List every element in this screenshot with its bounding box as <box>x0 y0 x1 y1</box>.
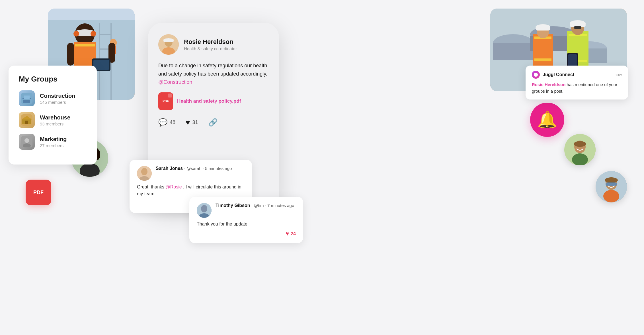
phone-post-text: Due to a change in safety regulations ou… <box>158 62 269 86</box>
group-name-marketing: Marketing <box>40 136 67 143</box>
comments-action[interactable]: 💬 48 <box>158 118 175 127</box>
notification-time: now <box>614 72 622 77</box>
notification-header: Juggl Connect now <box>532 71 622 79</box>
pdf-float-icon: PDF <box>26 180 51 205</box>
svg-point-25 <box>73 31 79 36</box>
group-members-marketing: 27 members <box>40 143 67 148</box>
phone-actions: 💬 48 ♥ 31 🔗 <box>158 118 269 127</box>
timothy-likes-count: 24 <box>291 231 296 236</box>
svg-point-74 <box>572 153 588 165</box>
phone-user-name: Rosie Hereldson <box>184 38 237 46</box>
group-info-marketing: Marketing 27 members <box>40 136 67 148</box>
comment-handle-timothy: · @tim · 7 minutes ago <box>251 203 294 208</box>
svg-point-26 <box>91 31 96 36</box>
group-avatar-warehouse <box>19 112 35 128</box>
comments-count: 48 <box>170 119 175 125</box>
svg-rect-46 <box>493 43 533 60</box>
group-item-warehouse[interactable]: Warehouse 93 members <box>19 112 87 128</box>
comment-meta-sarah: Sarah Jones · @sarah · 5 minutes ago <box>156 166 232 171</box>
notification-text: Rosie Hereldson has mentioned one of you… <box>532 82 622 94</box>
floating-avatar-person3 <box>596 171 627 202</box>
notification-brand: Juggl Connect <box>532 71 574 79</box>
comment-text-sarah: Great, thanks @Rosie , I will circulate … <box>137 184 245 197</box>
share-icon: 🔗 <box>208 118 218 127</box>
group-name-warehouse: Warehouse <box>40 114 70 121</box>
svg-point-40 <box>201 205 207 212</box>
svg-rect-2 <box>24 96 30 99</box>
phone-user-info: Rosie Hereldson Health & safety co-ordin… <box>184 38 237 51</box>
comment-header-timothy: Timothy Gibson · @tim · 7 minutes ago <box>197 203 296 218</box>
group-avatar-construction <box>19 90 35 106</box>
svg-rect-3 <box>23 100 30 103</box>
brand-name: Juggl Connect <box>543 72 574 77</box>
group-members-construction: 145 members <box>40 100 75 105</box>
group-avatar-marketing <box>19 134 35 150</box>
svg-point-37 <box>141 168 147 175</box>
svg-rect-27 <box>67 43 74 66</box>
svg-point-79 <box>603 190 619 202</box>
svg-rect-15 <box>99 34 112 35</box>
svg-rect-63 <box>574 26 581 29</box>
svg-rect-78 <box>606 182 617 186</box>
groups-card: My Groups Construction 145 members W <box>9 66 97 165</box>
juggl-logo <box>532 71 540 79</box>
comment-avatar-timothy <box>197 203 212 218</box>
juggl-logo-inner <box>534 73 538 77</box>
comment-icon: 💬 <box>158 118 167 127</box>
phone-user-title: Health & safety co-ordinator <box>184 46 237 51</box>
floating-avatar-person2 <box>564 134 596 165</box>
rosie-mention[interactable]: @Rosie <box>166 184 182 189</box>
comment-handle-sarah: · @sarah · 5 minutes ago <box>184 166 232 171</box>
svg-rect-51 <box>534 58 551 61</box>
group-members-warehouse: 93 members <box>40 121 70 126</box>
share-action[interactable]: 🔗 <box>208 118 218 127</box>
comment-header-sarah: Sarah Jones · @sarah · 5 minutes ago <box>137 166 245 181</box>
comment-text-timothy: Thank you for the update! <box>197 221 296 228</box>
notification-card: Juggl Connect now Rosie Hereldson has me… <box>526 66 628 100</box>
comment-card-timothy: Timothy Gibson · @tim · 7 minutes ago Th… <box>189 197 303 243</box>
svg-rect-34 <box>163 40 174 42</box>
bell-icon: 🔔 <box>537 110 557 129</box>
comment-avatar-sarah <box>137 166 152 181</box>
bell-circle: 🔔 <box>530 103 564 137</box>
construction-mention[interactable]: @Construction <box>158 79 192 85</box>
comment-meta-timothy: Timothy Gibson · @tim · 7 minutes ago <box>216 203 294 208</box>
group-item-marketing[interactable]: Marketing 27 members <box>19 134 87 150</box>
group-info-warehouse: Warehouse 93 members <box>40 114 70 126</box>
phone-avatar <box>158 34 179 55</box>
comment-author-timothy: Timothy Gibson <box>216 203 250 208</box>
groups-title: My Groups <box>19 75 87 84</box>
phone-user-header: Rosie Hereldson Health & safety co-ordin… <box>158 34 269 55</box>
pdf-filename: Health and safety policy.pdf <box>177 98 241 104</box>
group-info-construction: Construction 145 members <box>40 92 75 105</box>
heart-icon-timothy: ♥ <box>286 230 289 237</box>
likes-action[interactable]: ♥ 31 <box>186 118 198 127</box>
svg-rect-7 <box>25 121 28 124</box>
svg-point-9 <box>24 138 29 143</box>
pdf-attachment[interactable]: Health and safety policy.pdf <box>158 92 269 110</box>
svg-rect-23 <box>75 44 95 46</box>
comment-likes-timothy[interactable]: ♥ 24 <box>197 230 296 237</box>
notif-mention[interactable]: Rosie Hereldson <box>532 82 565 87</box>
comment-author-sarah: Sarah Jones <box>156 166 183 171</box>
group-item-construction[interactable]: Construction 145 members <box>19 90 87 106</box>
pdf-float-label: PDF <box>33 190 44 196</box>
pdf-file-icon <box>158 92 173 110</box>
svg-point-77 <box>605 177 618 183</box>
group-name-construction: Construction <box>40 92 75 99</box>
heart-icon: ♥ <box>186 118 190 127</box>
svg-rect-54 <box>536 27 550 31</box>
likes-count: 31 <box>192 119 198 125</box>
svg-point-73 <box>574 141 586 147</box>
